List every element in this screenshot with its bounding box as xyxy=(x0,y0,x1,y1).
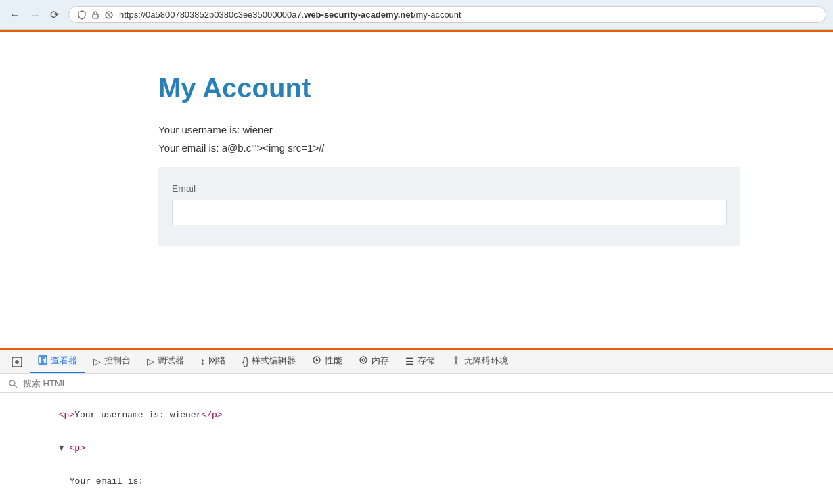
lock-icon xyxy=(91,10,100,20)
email-display: Your email is: a@b.c'"><img src=1>// xyxy=(158,142,744,154)
svg-rect-0 xyxy=(93,14,98,18)
browser-chrome: ← → ⟳ https://0a58007803852b0380c3ee3500… xyxy=(0,0,833,30)
url-display: https://0a58007803852b0380c3ee35000000a7… xyxy=(119,9,817,20)
proxy-icon xyxy=(104,10,114,20)
back-button[interactable]: ← xyxy=(7,7,23,22)
main-content: My Account Your username is: wiener Your… xyxy=(0,32,744,266)
nav-buttons: ← → ⟳ xyxy=(7,7,62,22)
address-bar[interactable]: https://0a58007803852b0380c3ee35000000a7… xyxy=(68,6,826,23)
email-input[interactable] xyxy=(172,200,727,225)
refresh-button[interactable]: ⟳ xyxy=(47,7,62,22)
page-title: My Account xyxy=(158,73,744,104)
username-display: Your username is: wiener xyxy=(158,124,744,135)
shield-icon xyxy=(77,10,87,20)
security-icons xyxy=(77,10,114,20)
email-field-label: Email xyxy=(172,183,727,194)
forward-button[interactable]: → xyxy=(27,7,43,22)
email-form: Email xyxy=(158,167,740,246)
